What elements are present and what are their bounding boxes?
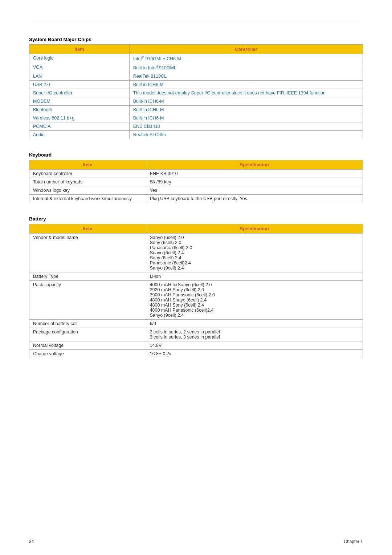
system-board-item-cell: Core logic	[29, 54, 130, 63]
battery-col-spec: Specification	[146, 224, 363, 234]
battery-item-cell: Vendor & model name	[29, 234, 146, 272]
system-board-item-cell: PCMCIA	[29, 122, 130, 131]
system-board-header-row: Item Controller	[29, 45, 363, 54]
table-row: Vendor & model nameSanyo (6cell) 2.0Sony…	[29, 234, 363, 272]
system-board-controller-cell: Built-in ICH6-M	[129, 114, 363, 122]
system-board-item-cell: Wireless 802.11 b+g	[29, 114, 130, 122]
table-row: Number of battery cell6/9	[29, 320, 363, 328]
system-board-controller-cell: This model does not employ Super I/O con…	[129, 89, 363, 97]
system-board-item-cell: Bluetooth	[29, 106, 130, 114]
table-row: Battery TypeLi-ion	[29, 272, 363, 281]
system-board-controller-cell: Built in Intel®910GML	[129, 63, 363, 72]
table-row: Wireless 802.11 b+gBuilt-in ICH6-M	[29, 114, 363, 122]
table-row: Core logicIntel® 910GML+ICH6-M	[29, 54, 363, 63]
battery-spec-cell: Li-ion	[146, 272, 363, 281]
table-row: Charge voltage16.8+-0.2v	[29, 350, 363, 358]
battery-spec-cell: 14.8V	[146, 341, 363, 350]
keyboard-col-item: Item	[29, 160, 146, 170]
battery-table: Item Specification Vendor & model nameSa…	[29, 224, 363, 358]
keyboard-spec-cell: Plug USB keyboard to the USB port direct…	[146, 195, 363, 203]
keyboard-title: Keyboard	[29, 152, 363, 158]
keyboard-item-cell: Windows logo key	[29, 186, 146, 195]
system-board-item-cell: LAN	[29, 72, 130, 81]
page-container: System Board Major Chips Item Controller…	[0, 0, 392, 400]
system-board-controller-cell: RealTek 8110CL	[129, 72, 363, 81]
battery-item-cell: Number of battery cell	[29, 320, 146, 328]
system-board-col-item: Item	[29, 45, 130, 54]
keyboard-table: Item Specification Keyboard controllerEN…	[29, 160, 363, 203]
system-board-item-cell: Audio	[29, 131, 130, 139]
table-row: PCMCIAENE CB1410	[29, 122, 363, 131]
battery-item-cell: Charge voltage	[29, 350, 146, 358]
table-row: Package configuration3 cells in series, …	[29, 328, 363, 341]
table-row: Super I/O controllerThis model does not …	[29, 89, 363, 97]
battery-title: Battery	[29, 216, 363, 222]
battery-item-cell: Battery Type	[29, 272, 146, 281]
table-row: Internal & external keyboard work simult…	[29, 195, 363, 203]
footer-chapter: Chapter 1	[344, 539, 363, 544]
table-row: BluetoothBuilt-in ICH6-M	[29, 106, 363, 114]
system-board-item-cell: MODEM	[29, 97, 130, 106]
table-row: Windows logo keyYes	[29, 186, 363, 195]
system-board-controller-cell: Built in ICH6-M	[129, 81, 363, 89]
keyboard-item-cell: Keyboard controller	[29, 170, 146, 178]
system-board-item-cell: Super I/O controller	[29, 89, 130, 97]
keyboard-item-cell: Total number of keypads	[29, 178, 146, 186]
system-board-controller-cell: Built-in ICH6-M	[129, 106, 363, 114]
system-board-section: System Board Major Chips Item Controller…	[29, 37, 363, 139]
battery-spec-cell: Sanyo (6cell) 2.0Sony (6cell) 2.0Panason…	[146, 234, 363, 272]
battery-item-cell: Normal voltage	[29, 341, 146, 350]
keyboard-section: Keyboard Item Specification Keyboard con…	[29, 152, 363, 203]
battery-spec-cell: 6/9	[146, 320, 363, 328]
battery-spec-cell: 4000 mAH forSanyo (6cell) 2.03920 mAH So…	[146, 281, 363, 320]
keyboard-spec-cell: 88-/89-key	[146, 178, 363, 186]
battery-item-cell: Package configuration	[29, 328, 146, 341]
table-row: Pack capacity4000 mAH forSanyo (6cell) 2…	[29, 281, 363, 320]
top-rule	[29, 22, 363, 22]
battery-spec-cell: 16.8+-0.2v	[146, 350, 363, 358]
system-board-item-cell: USB 2.0	[29, 81, 130, 89]
system-board-col-controller: Controller	[129, 45, 363, 54]
battery-item-cell: Pack capacity	[29, 281, 146, 320]
keyboard-item-cell: Internal & external keyboard work simult…	[29, 195, 146, 203]
keyboard-col-spec: Specification	[146, 160, 363, 170]
keyboard-spec-cell: Yes	[146, 186, 363, 195]
table-row: MODEMBuilt-in ICH6-M	[29, 97, 363, 106]
keyboard-header-row: Item Specification	[29, 160, 363, 170]
table-row: LANRealTek 8110CL	[29, 72, 363, 81]
table-row: Normal voltage14.8V	[29, 341, 363, 350]
system-board-controller-cell: Built-in ICH6-M	[129, 97, 363, 106]
table-row: VGABuilt in Intel®910GML	[29, 63, 363, 72]
battery-col-item: Item	[29, 224, 146, 234]
footer-page-number: 34	[29, 539, 34, 544]
battery-header-row: Item Specification	[29, 224, 363, 234]
system-board-table: Item Controller Core logicIntel® 910GML+…	[29, 44, 363, 139]
system-board-item-cell: VGA	[29, 63, 130, 72]
system-board-controller-cell: Intel® 910GML+ICH6-M	[129, 54, 363, 63]
keyboard-spec-cell: ENE KB 3910	[146, 170, 363, 178]
battery-spec-cell: 3 cells in series, 2 series in parallel3…	[146, 328, 363, 341]
system-board-controller-cell: Realtek ALC655	[129, 131, 363, 139]
battery-section: Battery Item Specification Vendor & mode…	[29, 216, 363, 358]
page-footer: 34 Chapter 1	[29, 539, 363, 544]
table-row: Keyboard controllerENE KB 3910	[29, 170, 363, 178]
table-row: Total number of keypads88-/89-key	[29, 178, 363, 186]
system-board-controller-cell: ENE CB1410	[129, 122, 363, 131]
table-row: USB 2.0Built in ICH6-M	[29, 81, 363, 89]
system-board-title: System Board Major Chips	[29, 37, 363, 42]
table-row: AudioRealtek ALC655	[29, 131, 363, 139]
